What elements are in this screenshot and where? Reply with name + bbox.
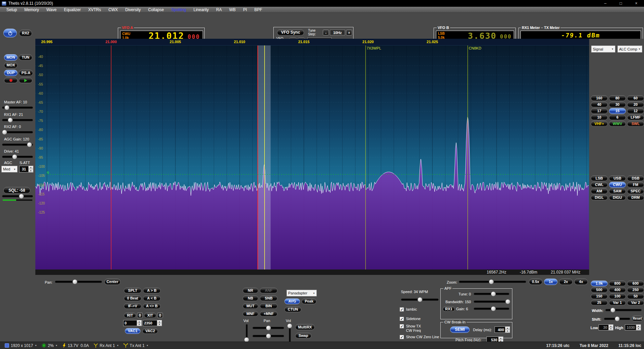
spectrum-area[interactable]: 7X3WPLCN8KDG-40-45-50-55-60-65-70-75-80-… [35, 45, 589, 269]
menu-item-bpf[interactable]: BPF [250, 7, 266, 12]
stepper-arrows-icon[interactable]: ▲▼ [28, 166, 33, 172]
minimize-button[interactable]: – [598, 0, 613, 7]
menu-item-setup[interactable]: Setup [3, 7, 21, 12]
menu-item-collapse[interactable]: Collapse [144, 7, 168, 12]
sql-button[interactable]: SQL: -58 [3, 187, 30, 194]
filter-button-var-2[interactable]: Var 2 [627, 300, 644, 306]
slider-thumb[interactable] [4, 105, 9, 110]
tx-meter-mode-select[interactable]: ALC Comp▼ [617, 45, 642, 53]
ps-a-button[interactable]: PS-A [19, 70, 33, 76]
vfo-op-button-a-b[interactable]: A > B [143, 288, 161, 293]
width-slider-thumb[interactable] [610, 308, 615, 313]
sql-slider-thumb[interactable] [19, 194, 24, 199]
filter-low-stepper[interactable]: 30▲▼ [599, 324, 613, 330]
ctun-button[interactable]: CTUN [284, 307, 301, 312]
pan1-slider-thumb[interactable] [266, 325, 271, 330]
checkbox-sidetone[interactable]: ✓Sidetone [400, 317, 420, 321]
avg-button[interactable]: AVG [284, 298, 300, 304]
mode-button-cwu[interactable]: CWU [609, 182, 626, 188]
filter-button-50[interactable]: 50 [627, 293, 644, 299]
speed-slider[interactable] [401, 297, 439, 302]
semi-button[interactable]: SEMI [450, 326, 470, 333]
vfo-op-button-splt[interactable]: SPLT [124, 288, 141, 293]
zoom-button-4x[interactable]: 4x [574, 279, 588, 285]
agc-select[interactable]: Med▼ [1, 166, 18, 172]
swap-button[interactable]: Swap [295, 333, 311, 339]
checkbox-check-icon[interactable]: ✓ [400, 335, 404, 339]
checkbox-check-icon[interactable]: ✓ [400, 324, 404, 328]
menu-item-equalizer[interactable]: Equalizer [60, 7, 84, 12]
mon-button[interactable]: MON [4, 54, 18, 61]
apf-gain-thumb[interactable] [491, 306, 496, 311]
band-button-80[interactable]: 80 [609, 95, 626, 101]
tune-step-down-button[interactable]: - [323, 30, 329, 35]
zoom-slider[interactable] [459, 279, 526, 284]
pan1-slider[interactable] [252, 325, 284, 330]
rit-button[interactable]: RIT [124, 313, 136, 318]
band-button-17[interactable]: 17 [591, 108, 608, 114]
width-slider[interactable] [605, 308, 642, 312]
filter-button-100[interactable]: 100 [609, 293, 626, 299]
tx-antenna-item[interactable]: Tx Ant 1 ▼ [124, 343, 148, 348]
dsp-button-nr[interactable]: NR [243, 288, 258, 293]
band-button-12[interactable]: 12 [627, 108, 644, 114]
delay-stepper[interactable]: 400▲▼ [495, 326, 510, 333]
menu-item-cwx[interactable]: CWX [105, 7, 122, 12]
menu-item-wave[interactable]: Wave [43, 7, 60, 12]
zoom-button-1x[interactable]: 1x [544, 279, 557, 285]
sql-slider[interactable] [2, 194, 33, 198]
apf-gain-slider[interactable] [474, 306, 509, 311]
band-button-40[interactable]: 40 [591, 102, 608, 107]
band-button-15[interactable]: 15 [609, 108, 626, 114]
band-button-60[interactable]: 60 [627, 95, 644, 101]
mode-button-spec[interactable]: SPEC [627, 188, 644, 194]
slider-master-af[interactable] [2, 105, 33, 110]
checkbox-show-cw-zero-line[interactable]: ✓Show CW Zero Line [400, 335, 439, 339]
slider-drive[interactable] [2, 154, 33, 159]
apf-bandwidth-thumb[interactable] [505, 299, 510, 304]
slider-rx1-af[interactable] [2, 118, 33, 122]
play-button[interactable] [19, 77, 32, 83]
dsp-button-mnf[interactable]: +MNF [260, 311, 277, 317]
stepper-arrows-icon[interactable]: ▲▼ [505, 327, 510, 332]
filter-button-400[interactable]: 400 [609, 287, 626, 293]
menu-item-memory[interactable]: Memory [21, 7, 42, 12]
stepper-arrows-icon[interactable]: ▲▼ [157, 320, 162, 326]
mode-button-cwl[interactable]: CWL [591, 182, 608, 188]
record-button[interactable] [4, 77, 18, 83]
mode-button-am[interactable]: AM [591, 188, 608, 194]
vol1-slider[interactable] [244, 324, 249, 342]
rx-meter-mode-select[interactable]: Signal▼ [591, 45, 615, 53]
dsp-button-mnf[interactable]: MNF [243, 311, 258, 317]
dsp-button-mut[interactable]: MUT [243, 303, 258, 309]
filter-high-stepper[interactable]: 1030▲▼ [625, 324, 641, 330]
tun-button[interactable]: TUN [19, 54, 32, 61]
stepper-arrows-icon[interactable]: ▲▼ [608, 325, 613, 330]
peak-button[interactable]: Peak [302, 298, 316, 304]
s-att-stepper[interactable]: 31 ▲▼ [19, 166, 33, 172]
dsp-button-anf[interactable]: ANF [260, 288, 277, 293]
mode-button-digl[interactable]: DIGL [591, 195, 608, 200]
mox-button[interactable]: MOX [4, 62, 18, 68]
shift-slider-thumb[interactable] [615, 316, 620, 321]
menu-item-xvtrs[interactable]: XVTRs [84, 7, 105, 12]
speed-slider-thumb[interactable] [417, 297, 422, 302]
pan-slider[interactable] [55, 279, 102, 284]
xit-stepper[interactable]: 2350▲▼ [143, 320, 162, 326]
zoom-slider-thumb[interactable] [489, 279, 494, 284]
rit-stepper[interactable]: 0▲▼ [123, 320, 142, 326]
vfo-op-button-0-beat[interactable]: 0 Beat [124, 295, 141, 301]
checkbox-show-tx-cw-freq[interactable]: ✓Show TX CW Freq [400, 324, 421, 333]
menu-item-diversity[interactable]: Diversity [122, 7, 144, 12]
cpu-item[interactable]: 2% ▼ [42, 343, 58, 348]
rx2-button[interactable]: RX2 [19, 30, 32, 37]
slider-thumb[interactable] [27, 142, 32, 147]
filter-button-500[interactable]: 500 [591, 287, 608, 293]
stepper-arrows-icon[interactable]: ▲▼ [636, 325, 641, 330]
xit-button[interactable]: XIT [144, 313, 156, 318]
dsp-button-snb[interactable]: SNB [260, 295, 277, 301]
zoom-button-2x[interactable]: 2x [559, 279, 573, 285]
filter-button-800[interactable]: 800 [609, 281, 626, 286]
shift-reset-button[interactable]: Reset [632, 316, 643, 321]
band-button-wwv[interactable]: WWV [609, 121, 626, 127]
